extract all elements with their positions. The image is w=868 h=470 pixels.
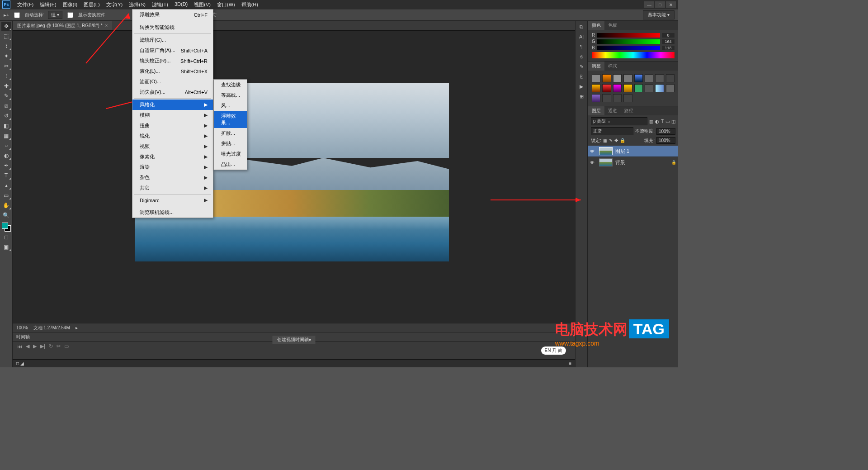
adj-extra4[interactable] — [623, 94, 632, 102]
maximize-icon[interactable]: □ — [655, 1, 665, 8]
adj-vibrance[interactable] — [634, 74, 643, 82]
layer-name[interactable]: 背景 — [615, 159, 625, 166]
adj-hue-sat[interactable] — [645, 74, 653, 82]
zoom-level[interactable]: 100% — [16, 325, 28, 330]
blend-mode-select[interactable]: 正常 — [591, 127, 633, 135]
filter-pixel-icon[interactable]: ▧ — [649, 119, 653, 124]
filter-gallery[interactable]: 滤镜库(G)... — [132, 35, 213, 45]
shape-tool[interactable]: ▭ — [1, 191, 11, 200]
workspace-switcher[interactable]: 基本功能 ▾ — [643, 10, 675, 19]
stylize-tiles[interactable]: 拼贴... — [214, 138, 247, 149]
canvas-area[interactable] — [13, 31, 575, 323]
stylize-diffuse[interactable]: 扩散... — [214, 128, 247, 138]
filter-oil-paint[interactable]: 油画(O)... — [132, 76, 213, 87]
menu-window[interactable]: 窗口(W) — [214, 0, 238, 9]
adj-brightness[interactable] — [592, 74, 600, 82]
filter-shape-icon[interactable]: ▭ — [665, 119, 670, 124]
timeline-rewind-icon[interactable]: ⏮ — [17, 344, 22, 349]
layer-row-bg[interactable]: 👁 背景 🔒 — [588, 157, 678, 168]
filter-digimarc[interactable]: Digimarc▶ — [132, 195, 213, 205]
hand-tool[interactable]: ✋ — [1, 201, 11, 210]
swatches-tab[interactable]: 色板 — [604, 21, 621, 30]
layers-tab[interactable]: 图层 — [588, 106, 604, 115]
panel-menu-icon[interactable]: ≡ — [569, 361, 571, 366]
screen-mode-icon[interactable]: ▣ — [1, 242, 11, 252]
layer-filter-kind[interactable]: p 类型 ⌄ — [591, 117, 647, 125]
layer-row-1[interactable]: 👁 图层 1 — [588, 146, 678, 157]
fill-input[interactable]: 100% — [656, 137, 675, 144]
zoom-tool[interactable]: 🔍 — [1, 211, 11, 220]
path-selection-tool[interactable]: ▴ — [1, 181, 11, 190]
move-tool-icon[interactable]: ▸+ — [4, 12, 9, 18]
filter-other[interactable]: 其它▶ — [132, 183, 213, 193]
adj-extra2[interactable] — [602, 94, 611, 102]
filter-render[interactable]: 渲染▶ — [132, 162, 213, 172]
b-slider[interactable] — [597, 46, 660, 50]
menu-edit[interactable]: 编辑(E) — [37, 0, 60, 9]
adj-bw[interactable] — [666, 74, 675, 82]
lasso-tool[interactable]: ⌇ — [1, 42, 11, 51]
auto-select-dropdown[interactable]: 组 ▾ — [48, 11, 62, 19]
lock-pixels-icon[interactable]: ✎ — [609, 138, 613, 143]
filter-vanishing-point[interactable]: 消失点(V)...Alt+Ctrl+V — [132, 87, 213, 97]
brush-tool[interactable]: ✎ — [1, 91, 11, 100]
marquee-tool[interactable]: ⬚ — [1, 32, 11, 41]
clone-stamp-tool[interactable]: ⎚ — [1, 101, 11, 110]
filter-video[interactable]: 视频▶ — [132, 141, 213, 152]
r-slider[interactable] — [597, 33, 660, 38]
create-video-timeline-button[interactable]: 创建视频时间轴 ▾ — [273, 336, 316, 344]
stylize-wind[interactable]: 风... — [214, 100, 247, 111]
blur-tool[interactable]: ○ — [1, 141, 11, 150]
quick-mask-icon[interactable]: ◻ — [1, 233, 11, 242]
stylize-solarize[interactable]: 曝光过度 — [214, 149, 247, 159]
status-arrow-icon[interactable]: ▸ — [75, 325, 78, 330]
timeline-cut-icon[interactable]: ✂ — [57, 343, 61, 349]
adj-photo-filter[interactable] — [592, 84, 600, 92]
document-tab[interactable]: 图片素材.jpeg @ 100% (图层 1, RGB/8#) * × — [13, 21, 112, 30]
layer-visibility-icon[interactable]: 👁 — [590, 160, 596, 165]
color-spectrum[interactable] — [592, 52, 675, 58]
menu-type[interactable]: 文字(Y) — [103, 0, 126, 9]
lock-position-icon[interactable]: ✥ — [614, 138, 618, 143]
adj-extra1[interactable] — [592, 94, 600, 102]
layer-thumbnail[interactable] — [599, 158, 613, 166]
brush-presets-icon[interactable]: ✎ — [577, 62, 585, 71]
pen-tool[interactable]: ✒ — [1, 161, 11, 170]
adj-color-balance[interactable] — [655, 74, 664, 82]
eyedropper-tool[interactable]: ⁝ — [1, 71, 11, 81]
b-value[interactable]: 118 — [662, 46, 675, 50]
adj-invert[interactable] — [623, 84, 632, 92]
r-value[interactable]: 0 — [662, 33, 675, 38]
stylize-find-edges[interactable]: 查找边缘 — [214, 80, 247, 90]
filter-adjust-icon[interactable]: ◐ — [655, 119, 659, 124]
move-tool[interactable]: ✥ — [1, 22, 11, 31]
brush-panel-icon[interactable]: ⎋ — [577, 52, 585, 61]
character-panel-icon[interactable]: A| — [577, 33, 585, 41]
crop-tool[interactable]: ✂ — [1, 62, 11, 71]
adj-channel-mixer[interactable] — [602, 84, 611, 92]
channels-tab[interactable]: 通道 — [604, 106, 621, 115]
history-panel-icon[interactable]: ⧉ — [577, 23, 585, 31]
filter-type-icon[interactable]: T — [661, 119, 664, 124]
eraser-tool[interactable]: ◧ — [1, 121, 11, 130]
gradient-tool[interactable]: ▦ — [1, 131, 11, 140]
adj-extra3[interactable] — [613, 94, 622, 102]
filter-smart-icon[interactable]: ◫ — [671, 119, 675, 124]
g-value[interactable]: 164 — [662, 39, 675, 44]
filter-stylize[interactable]: 风格化▶ — [132, 100, 213, 110]
g-slider[interactable] — [597, 39, 660, 44]
paths-tab[interactable]: 路径 — [621, 106, 637, 115]
timeline-prev-icon[interactable]: ◀ — [26, 343, 29, 349]
healing-brush-tool[interactable]: ✚ — [1, 81, 11, 90]
layer-thumbnail[interactable] — [599, 147, 613, 155]
menu-filter[interactable]: 滤镜(T) — [149, 0, 171, 9]
opacity-input[interactable]: 100% — [656, 128, 675, 135]
stylize-emboss[interactable]: 浮雕效果... — [214, 111, 247, 128]
mini-bridge-icon[interactable]: □ ◢ — [16, 361, 24, 366]
close-icon[interactable]: ✕ — [666, 1, 676, 8]
styles-tab[interactable]: 样式 — [604, 62, 621, 71]
adjustments-tab[interactable]: 调整 — [588, 62, 604, 71]
paragraph-panel-icon[interactable]: ¶ — [577, 43, 585, 51]
properties-panel-icon[interactable]: ⊞ — [577, 92, 585, 100]
timeline-trans-icon[interactable]: ▭ — [64, 343, 69, 349]
